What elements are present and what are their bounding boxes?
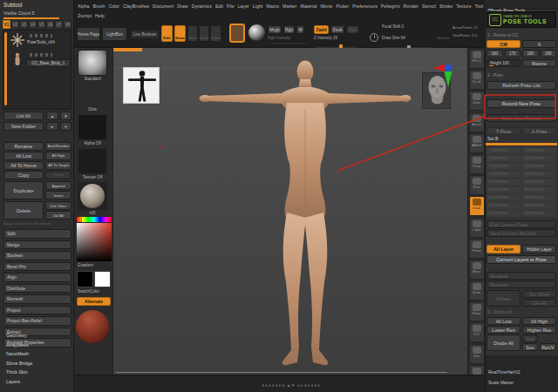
brush-thumbnail[interactable] [78,50,107,76]
t-pose-button[interactable]: T-Pose [487,127,521,135]
tab-home-page[interactable]: Home Page [77,27,100,41]
menu-item[interactable]: Movie [320,3,332,9]
subtool-item-label[interactable]: CC_Base_Body_1 [26,59,71,67]
pose-slot-cell[interactable]: Undefined [487,163,521,170]
all-layer-button[interactable]: All Layer [487,245,521,253]
right-shelf-icon[interactable]: Scroll [469,70,485,90]
suv-button[interactable]: Suv [522,343,538,351]
height-170-button[interactable]: 170 [505,50,521,57]
rename-button[interactable]: Rename [3,142,44,151]
mrgb-button[interactable]: Mrgb [268,25,282,34]
right-shelf-icon[interactable]: AAHalf [469,133,485,153]
subtool-visibility-tab[interactable]: V3 [20,20,28,29]
menu-item[interactable]: Light [253,3,263,9]
gradient-label[interactable]: Gradient [76,263,111,267]
reuv-button[interactable]: ReUV [540,343,556,351]
height-190-button[interactable]: 190 [541,50,557,57]
dynamic-label[interactable]: Dynamic [437,37,450,40]
right-shelf-icon[interactable]: L.Sym [469,218,485,238]
convert-layers-button[interactable]: Convert Layers to Pose [487,255,556,264]
subtool-visibility-tab[interactable]: V7 [55,20,63,29]
new-folder-button[interactable]: New Folder [3,122,44,131]
record-new-pose-button[interactable]: Record New Pose [487,99,556,108]
right-shelf-icon[interactable]: XYZ [469,322,485,342]
menu-item[interactable]: Alpha [78,3,90,9]
pose-slot-cell[interactable]: Undefined [522,179,557,186]
menu-item[interactable]: Picker [337,3,350,9]
zadd-button[interactable]: Zadd [314,25,329,34]
axis-gizmo[interactable] [432,60,460,90]
menu-item[interactable]: Preferences [352,3,378,9]
height-160-button[interactable]: 160 [487,50,503,57]
insert-button[interactable]: Insert [45,191,71,199]
sculptris-pro-icon[interactable] [229,24,245,43]
pose-slot-cell[interactable]: Undefined [522,186,557,193]
folder-sub-icon[interactable]: ▾ [60,122,71,131]
live-boolean-toggle[interactable]: Live Boolean [130,30,160,39]
paintstop-sphere-icon[interactable] [248,24,265,41]
switchcolor-label[interactable]: SwitchColor [76,289,111,294]
subdiv-all-low-button[interactable]: All Low [487,317,521,325]
pose-slot-cell[interactable]: Undefined [522,155,557,162]
subtool-item-icons[interactable] [30,53,52,57]
delete-button[interactable]: Delete [3,201,44,220]
right-shelf-icon[interactable]: SPix 3 [469,49,485,69]
divide-all-button[interactable]: Divide All [487,335,521,351]
menu-item[interactable]: File [227,3,235,9]
subtool-action-button[interactable]: Boolean [3,251,71,260]
lower-res-button[interactable]: Lower Res [487,326,521,334]
edit-current-pose-button[interactable]: Edit Current Pose [487,220,556,228]
right-shelf-icon[interactable]: Local [469,196,485,216]
save-new-record-button[interactable]: Save New Record [487,114,556,122]
canvas[interactable]: a [113,48,467,375]
right-shelf-icon[interactable]: Actual [469,112,485,132]
main-color-swatch[interactable] [77,271,93,287]
list-all-button[interactable]: List All [3,112,44,120]
resize-button[interactable]: Resize [522,59,556,67]
subdiv-all-high-button[interactable]: All High [522,317,556,325]
right-shelf-icon[interactable]: Zoom [469,91,485,111]
menu-item[interactable]: Stroke [439,3,453,9]
material-preview-sphere[interactable] [76,310,109,343]
menu-item[interactable]: Edit [215,3,223,9]
palette-header[interactable]: NanoMesh [3,351,71,358]
del-all-button[interactable]: Del All [45,211,71,220]
menu-item[interactable]: Tool [475,3,484,9]
subtool-visibility-tab[interactable]: V5 [37,20,45,29]
sculpt-model-figure[interactable] [196,57,414,375]
smt-button[interactable]: Smt [522,335,538,342]
right-shelf-icon[interactable]: Persp [469,154,485,174]
pose-slot-cell[interactable]: Undefined [522,210,557,217]
all-to-home-button[interactable]: All To Home [3,161,44,170]
plugin-header[interactable]: Scale Master [485,380,558,387]
menu-item[interactable]: Render [404,3,418,9]
zsub-button[interactable]: Zsub [330,25,344,34]
subtool-title[interactable]: Subtool [3,2,22,8]
pose-slot-cell[interactable]: Undefined [522,202,557,209]
menu-item[interactable]: Color [108,3,119,9]
secondary-color-swatch[interactable] [94,271,111,287]
higher-res-button[interactable]: Higher Res [522,326,556,334]
subtool-scrollbar[interactable] [4,32,7,105]
palette-header[interactable]: Geometry [3,333,71,340]
subtool-action-button[interactable]: Bevel Pro [3,262,71,272]
menu-item[interactable]: Stencil [422,3,436,9]
height-slider-nub[interactable] [489,65,493,67]
rgb-intensity-slider[interactable] [268,42,310,45]
duplicate-button[interactable]: Duplicate [3,181,44,199]
menu-item[interactable]: ClayBrushes [123,3,149,9]
all-high-button[interactable]: All High [45,152,71,160]
texture-thumbnail[interactable] [78,148,107,174]
tray-divider-handle[interactable]: ∧∧∧∧∧∧∧ ▲▼ ∧∧∧∧∧∧∧ [262,383,321,388]
right-shelf-icon[interactable]: Scale [469,280,485,301]
height-slider[interactable]: Height 100 [487,59,521,67]
a-pose-button[interactable]: A-Pose [522,127,556,135]
pose-remove-button[interactable]: Remove [487,280,556,288]
pose-rename-button[interactable]: Rename [487,272,556,280]
right-shelf-icon[interactable]: Floor [469,175,485,195]
edit-button[interactable]: Edit [161,25,173,42]
subtool-action-button[interactable]: Split [3,229,71,239]
subtool-action-button[interactable]: Project Bas-Relief [3,316,71,326]
subtool-item-label[interactable]: PoseTools_v04 [27,40,55,44]
subtool-action-button[interactable]: Project [3,306,71,315]
